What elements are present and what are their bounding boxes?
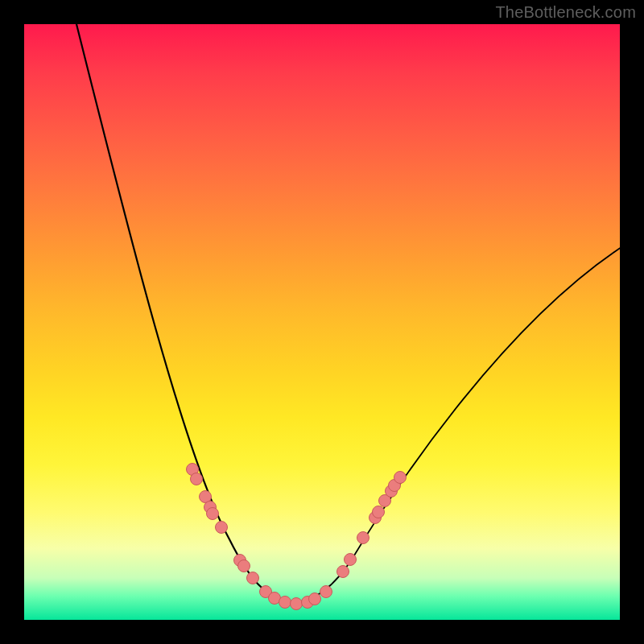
- data-point: [247, 572, 259, 584]
- data-point: [345, 554, 357, 566]
- data-point: [357, 532, 369, 544]
- data-point: [394, 472, 407, 484]
- data-point: [238, 560, 250, 572]
- data-point: [309, 593, 321, 605]
- chart-frame: [24, 24, 620, 620]
- data-point: [216, 522, 228, 534]
- right-curve: [290, 246, 624, 604]
- data-point: [207, 508, 219, 520]
- data-point: [279, 597, 291, 609]
- data-point: [337, 566, 349, 578]
- left-curve: [72, 8, 290, 604]
- dots-right-group: [309, 472, 407, 605]
- data-point: [320, 586, 332, 598]
- chart-svg: [24, 24, 620, 620]
- curve-group: [72, 8, 624, 604]
- data-point: [373, 506, 385, 518]
- watermark-text: TheBottleneck.com: [495, 3, 636, 22]
- data-point: [191, 473, 203, 485]
- data-point: [291, 598, 303, 610]
